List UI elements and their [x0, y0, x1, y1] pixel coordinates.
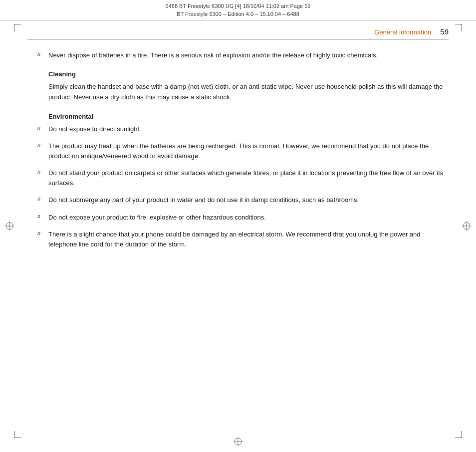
reg-mark-right — [462, 222, 471, 230]
section-title: General information — [374, 28, 431, 36]
cleaning-body: Simply clean the handset and base with a… — [48, 82, 449, 103]
page-number: 59 — [440, 27, 449, 36]
env-bullet-text-2: Do not stand your product on carpets or … — [48, 168, 449, 188]
env-bullet-char-5: n — [37, 229, 48, 236]
corner-mark-bl — [14, 430, 22, 438]
environmental-heading: Environmental — [48, 113, 449, 120]
page-content: General information 59 n Never dispose o… — [27, 27, 449, 425]
env-bullet-text-5: There is a slight chance that your phone… — [48, 229, 449, 249]
env-bullet-item-0: nDo not expose to direct sunlight. — [37, 124, 449, 134]
page-header-bar: 6488 BT Freestyle 6300 UG [4] 18/10/04 1… — [0, 0, 476, 21]
page-section-header: General information 59 — [27, 27, 449, 39]
intro-bullet-char: n — [37, 50, 48, 57]
reg-mark-left — [5, 222, 14, 230]
env-bullet-char-4: n — [37, 213, 48, 219]
env-bullet-item-1: nThe product may heat up when the batter… — [37, 141, 449, 161]
env-bullet-item-2: nDo not stand your product on carpets or… — [37, 168, 449, 188]
env-bullet-text-3: Do not submerge any part of your product… — [48, 195, 449, 205]
env-bullet-char-0: n — [37, 124, 48, 131]
env-bullet-text-1: The product may heat up when the batteri… — [48, 141, 449, 161]
intro-bullet-item: n Never dispose of batteries in a fire. … — [37, 50, 449, 60]
intro-bullet-text: Never dispose of batteries in a fire. Th… — [48, 50, 449, 60]
corner-mark-tr — [454, 24, 462, 32]
env-bullet-char-3: n — [37, 195, 48, 202]
cleaning-heading: Cleaning — [48, 70, 449, 78]
env-bullet-text-0: Do not expose to direct sunlight. — [48, 124, 449, 134]
corner-mark-br — [454, 430, 462, 438]
env-bullet-item-5: nThere is a slight chance that your phon… — [37, 229, 449, 249]
cleaning-section: Cleaning Simply clean the handset and ba… — [37, 70, 449, 103]
header-line1: 6488 BT Freestyle 6300 UG [4] 18/10/04 1… — [166, 2, 311, 10]
env-bullet-text-4: Do not expose your product to fire, expl… — [48, 213, 449, 223]
reg-mark-bottom — [234, 437, 242, 446]
header-line2: BT Freestyle 6300 – Edition 4.0 – 15.10.… — [177, 10, 299, 18]
env-bullet-item-4: nDo not expose your product to fire, exp… — [37, 213, 449, 223]
environmental-section: Environmental nDo not expose to direct s… — [37, 113, 449, 249]
env-bullet-char-2: n — [37, 168, 48, 175]
environmental-bullets: nDo not expose to direct sunlight.nThe p… — [37, 124, 449, 249]
env-bullet-item-3: nDo not submerge any part of your produc… — [37, 195, 449, 205]
env-bullet-char-1: n — [37, 141, 48, 148]
corner-mark-tl — [14, 24, 22, 32]
content-body: n Never dispose of batteries in a fire. … — [27, 50, 449, 249]
